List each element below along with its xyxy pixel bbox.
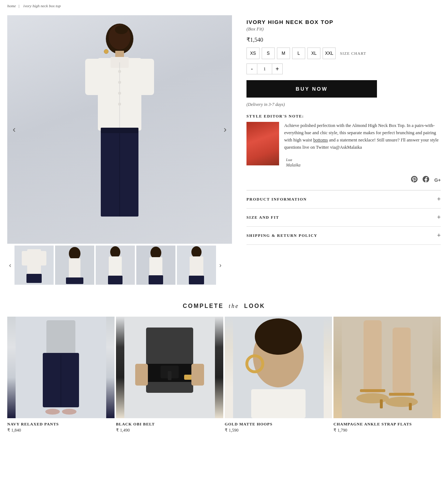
- thumbnail-4[interactable]: [136, 246, 175, 285]
- thumbnail-2[interactable]: [55, 246, 94, 285]
- svg-point-11: [118, 92, 121, 95]
- thumbnail-1[interactable]: [14, 246, 54, 285]
- editor-signature: Lua Malaika: [284, 154, 441, 171]
- accordion-size-fit: SIZE AND FIT +: [246, 209, 441, 227]
- thumbnail-strip: ‹: [7, 246, 232, 285]
- svg-rect-67: [409, 403, 412, 410]
- svg-rect-7: [138, 59, 154, 95]
- social-share-row: G+: [246, 176, 441, 184]
- look-item-hoops-image: [225, 317, 332, 418]
- section-title: COMPLETE the LOOK: [7, 303, 441, 309]
- product-figure: [65, 19, 174, 236]
- svg-point-12: [118, 103, 121, 106]
- product-price: ₹1,540: [246, 36, 441, 43]
- svg-point-63: [385, 397, 418, 407]
- accordion-product-info-header[interactable]: PRODUCT INFORMATION +: [246, 190, 441, 208]
- size-xl[interactable]: XL: [307, 48, 320, 59]
- quantity-value: 1: [257, 63, 272, 74]
- size-l[interactable]: L: [292, 48, 305, 59]
- product-info-panel: IVORY HIGH NECK BOX TOP (Box Fit) ₹1,540…: [246, 15, 441, 285]
- breadcrumb-home[interactable]: home: [7, 4, 16, 8]
- facebook-icon[interactable]: [423, 176, 429, 184]
- style-note-label: STYLE EDITOR'S NOTE:: [246, 114, 441, 118]
- svg-point-2: [115, 25, 128, 34]
- product-gallery: ‹ › ‹: [7, 15, 232, 285]
- look-item-belt[interactable]: BLACK OBI BELT ₹ 1,490: [116, 317, 223, 433]
- gallery-prev-button[interactable]: ‹: [9, 121, 19, 138]
- quantity-control: - 1 +: [246, 63, 441, 74]
- look-item-flats-name: CHAMPAGNE ANKLE STRAP FLATS: [333, 422, 441, 426]
- svg-rect-61: [393, 328, 411, 393]
- accordion-shipping-title: SHIPPING & RETURN POLICY: [246, 233, 318, 238]
- svg-rect-47: [146, 328, 193, 393]
- svg-rect-24: [69, 258, 80, 278]
- svg-point-27: [110, 246, 120, 258]
- pinterest-icon[interactable]: [411, 176, 418, 184]
- svg-rect-37: [189, 276, 204, 284]
- accordion-size-fit-header[interactable]: SIZE AND FIT +: [246, 209, 441, 226]
- thumbnail-3[interactable]: [96, 246, 135, 285]
- look-item-flats[interactable]: CHAMPAGNE ANKLE STRAP FLATS ₹ 1,790: [333, 317, 441, 433]
- thumbnail-5[interactable]: [177, 246, 216, 285]
- svg-point-45: [62, 409, 76, 415]
- style-note-content: Achieve polished perfection with the Alm…: [246, 122, 441, 171]
- svg-rect-53: [191, 364, 204, 386]
- breadcrumb-current: ivory high neck box top: [23, 4, 61, 8]
- look-item-belt-price: ₹ 1,490: [116, 428, 223, 433]
- product-section: ‹ › ‹: [0, 12, 448, 296]
- breadcrumb-separator: |: [18, 4, 20, 8]
- svg-rect-15: [101, 128, 138, 133]
- accordion-product-info-title: PRODUCT INFORMATION: [246, 197, 307, 201]
- svg-rect-32: [149, 257, 162, 276]
- size-xxl[interactable]: XXL: [323, 48, 336, 59]
- accordion-shipping: SHIPPING & RETURN POLICY +: [246, 227, 441, 245]
- thumbnails-prev-button[interactable]: ‹: [7, 260, 13, 271]
- accordion-size-fit-icon: +: [437, 214, 441, 221]
- svg-rect-50: [168, 371, 171, 380]
- size-xs[interactable]: XS: [246, 48, 260, 59]
- main-product-image: ‹ ›: [7, 15, 232, 244]
- accordion-size-fit-title: SIZE AND FIT: [246, 215, 279, 219]
- svg-point-35: [191, 246, 202, 258]
- look-item-pants-name: NAVY RELAXED PANTS: [7, 422, 115, 426]
- section-title-part2: LOOK: [244, 303, 265, 309]
- svg-rect-21: [26, 274, 42, 283]
- size-m[interactable]: M: [277, 48, 290, 59]
- look-item-hoops[interactable]: GOLD MATTE HOOPS ₹ 1,590: [225, 317, 332, 433]
- quantity-decrease[interactable]: -: [246, 63, 257, 74]
- thumbnails-next-button[interactable]: ›: [217, 260, 223, 271]
- google-plus-icon[interactable]: G+: [434, 177, 441, 183]
- buy-now-button[interactable]: BUY NOW: [246, 80, 377, 98]
- quantity-increase[interactable]: +: [272, 63, 283, 74]
- svg-rect-18: [27, 249, 41, 275]
- product-subtitle: (Box Fit): [246, 26, 441, 32]
- svg-text:Malaika: Malaika: [286, 162, 300, 168]
- complete-look-section: COMPLETE the LOOK NAVY RELAXED PANTS ₹ 1: [0, 296, 448, 448]
- svg-point-16: [104, 49, 108, 54]
- svg-rect-28: [109, 256, 122, 276]
- section-title-part1: COMPLETE: [183, 303, 224, 309]
- svg-rect-36: [190, 256, 203, 276]
- svg-point-23: [69, 247, 80, 260]
- svg-rect-66: [380, 399, 383, 408]
- size-s[interactable]: S: [262, 48, 275, 59]
- size-chart-link[interactable]: SIZE CHART: [340, 51, 366, 55]
- style-note-bottoms-link[interactable]: bottoms: [313, 137, 328, 143]
- look-item-pants[interactable]: NAVY RELAXED PANTS ₹ 1,840: [7, 317, 115, 433]
- accordion-product-info-icon: +: [437, 195, 441, 203]
- svg-rect-20: [39, 251, 46, 265]
- look-item-pants-price: ₹ 1,840: [7, 428, 115, 433]
- svg-point-44: [45, 409, 60, 415]
- svg-rect-52: [135, 364, 148, 386]
- accordion-shipping-icon: +: [437, 232, 441, 239]
- accordion-shipping-header[interactable]: SHIPPING & RETURN POLICY +: [246, 227, 441, 244]
- product-title: IVORY HIGH NECK BOX TOP: [246, 19, 441, 25]
- look-item-flats-price: ₹ 1,790: [333, 428, 441, 433]
- look-item-belt-name: BLACK OBI BELT: [116, 422, 223, 426]
- gallery-next-button[interactable]: ›: [220, 121, 230, 138]
- svg-text:Lua: Lua: [286, 157, 293, 162]
- style-note-text: Achieve polished perfection with the Alm…: [284, 122, 441, 171]
- svg-point-56: [255, 318, 302, 355]
- svg-point-10: [118, 81, 121, 84]
- svg-rect-60: [364, 320, 382, 393]
